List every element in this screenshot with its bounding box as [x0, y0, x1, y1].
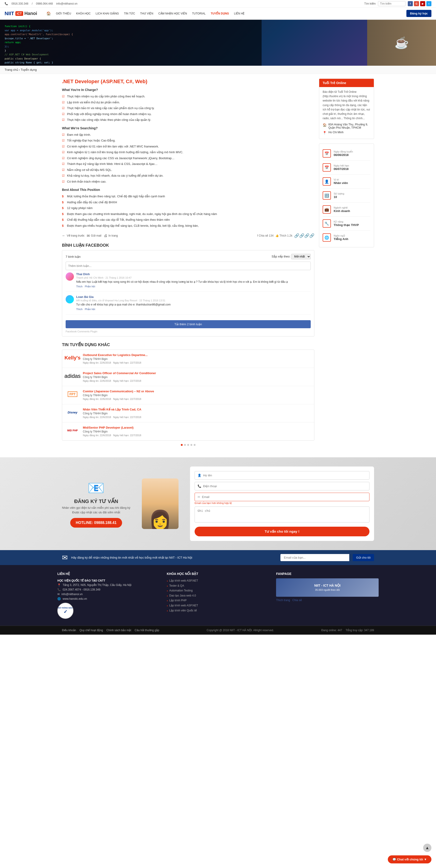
name-input[interactable] [203, 474, 366, 477]
breadcrumb-home[interactable]: Trang chủ [5, 68, 18, 71]
register-button[interactable]: Đăng ký học [406, 10, 431, 17]
course-item[interactable]: Lập trình web ASP.NET [167, 578, 269, 583]
google-icon[interactable]: G [414, 1, 419, 6]
list-item: Hướng dẫn đầy đủ các chế độ BHXH [62, 199, 314, 205]
dot[interactable] [181, 444, 183, 446]
list-item: 12 ngày phép/ năm [62, 205, 314, 211]
avatar [66, 295, 74, 303]
footer-courses: KHÓA HỌC NỔI BẬT Lập trình web ASP.NET T… [167, 572, 269, 619]
twitter-icon[interactable]: t [426, 1, 431, 6]
course-item[interactable]: Lập trình PHP [167, 598, 269, 603]
course-item[interactable]: Lập trình viên Quốc tế [167, 608, 269, 613]
like-action[interactable]: Thích [76, 285, 82, 288]
comments-title: BÌNH LUẬN FACEBOOK [62, 243, 314, 248]
nav-home[interactable]: 🏠 [44, 9, 53, 18]
nav-courses[interactable]: KHÓA HỌC [74, 10, 93, 17]
faq-link[interactable]: Câu hỏi thường gặp [135, 629, 159, 632]
email-icon: 📧 [62, 480, 130, 496]
email-field[interactable]: ✉ [195, 493, 369, 501]
course-item[interactable]: Lập trình web ASP.NET [167, 603, 269, 608]
phone-field[interactable]: 📞 [195, 482, 369, 490]
newsletter-submit[interactable]: Gửi cho tôi [353, 554, 374, 561]
job-company: Công ty TNHH Bigin [83, 376, 311, 379]
job-logo: Disney [66, 408, 79, 417]
email-link[interactable]: ✉ Gửi mail [87, 234, 101, 238]
comment-item: Thai Dinh Thành phố Hồ Chí Minh · 21 Thá… [66, 272, 311, 292]
email-input[interactable] [202, 495, 366, 499]
name-field[interactable]: 👤 [195, 471, 369, 479]
list-item: Được tham gia nhiều hoạt động tập thể sá… [62, 223, 314, 229]
language-icon: 🌐 [323, 234, 331, 242]
terms-link[interactable]: Điều khoản [62, 629, 76, 632]
job-info: Comtor (Japanese Communication) – N2 or … [83, 390, 311, 401]
benefits-heading: Best About This Position [62, 188, 314, 192]
youtube-icon[interactable]: ▶ [420, 1, 425, 6]
fpt-logo: FPT [68, 392, 77, 397]
logo-niit: NIIT [5, 10, 14, 17]
course-item[interactable]: Dao tạo Java web 4.0 [167, 593, 269, 598]
sort-select[interactable]: Mới nhất [291, 254, 311, 259]
share-page-button[interactable]: Chia sẻ [292, 598, 302, 602]
breadcrumb-separator: › [19, 68, 21, 71]
meta-content: Ngày hết hạn 06/07/2018 [334, 164, 349, 170]
like-action[interactable]: Thích [76, 308, 82, 311]
footer-phone: 📞 024.3567.4074 - 0916.139.349 [57, 588, 160, 591]
dot[interactable] [187, 444, 189, 446]
search-input[interactable] [378, 1, 405, 6]
meta-card: 📅 Ngày đăng tuyển 06/06/2018 📅 Ngày hết … [319, 144, 374, 247]
job-logo: FPT [66, 390, 79, 399]
job-link[interactable]: Nhân Viên Thiết Kế và Lập Trình Cad, CA [83, 408, 311, 411]
meta-industry: 💼 Ngành nghề Kinh doanh [323, 203, 370, 217]
nav-tutorial[interactable]: TUTORIAL [190, 10, 208, 17]
like-page-button[interactable]: Thích trang [276, 598, 290, 602]
meta-content: Số lượng 10 [334, 192, 344, 199]
back-link[interactable]: ← Về trang trước [62, 234, 85, 238]
charge-heading: What You're In Charge? [62, 88, 314, 92]
nav-jobs[interactable]: TUYỂN DỤNG [208, 10, 231, 17]
course-item[interactable]: Tester & QA [167, 583, 269, 588]
job-link[interactable]: Outbound Executive for Logistics Departm… [83, 353, 311, 357]
course-item[interactable]: Automation Testing [167, 588, 269, 593]
facebook-icon[interactable]: f [408, 1, 413, 6]
job-link[interactable]: Comtor (Japanese Communication) – N2 or … [83, 390, 311, 393]
load-more-button[interactable]: Tải thêm 2 bình luận [66, 320, 311, 328]
dot[interactable] [194, 444, 196, 446]
comment-author: Thai Dinh [76, 272, 311, 276]
job-link[interactable]: Mid/Senior PHP Developer (Laravel) [83, 426, 311, 429]
footer-contact: LIÊN HỆ HỌC VIỆN QUỐC TẾ ĐÀO TẠO CNTT 📍 … [57, 572, 160, 619]
share-icons: 🔗🔗🔗🔗 [294, 233, 314, 238]
phone-input[interactable] [203, 485, 366, 488]
share-count: f Chia sẻ 134 [257, 234, 273, 237]
nav-about[interactable]: GIỚI THIỆU [54, 10, 73, 17]
consultant-image: 👩 [137, 478, 183, 529]
job-company: Công ty TNHH Bigin [83, 412, 311, 415]
newsletter-input[interactable] [280, 554, 349, 561]
job-logo: Kelly's [66, 353, 79, 363]
reg-left: 📧 ĐĂNG KÝ TƯ VẤN Nhân viên gọi điện tư v… [62, 480, 130, 528]
rules-link[interactable]: Quy chế hoạt động [79, 629, 103, 632]
print-link[interactable]: 🖨 In trang [104, 234, 118, 238]
dot[interactable] [184, 444, 186, 446]
nav-reviews[interactable]: CẢM NHẬN HỌC VIÊN [156, 10, 189, 17]
meta-content: Vị trí Nhân viên [334, 178, 348, 185]
address-row: 🏠 60A Hoàng Văn Thụ, Phường 9, Quận Phú … [323, 123, 370, 129]
reply-action[interactable]: Phản hồi [85, 285, 95, 288]
footer-org: HỌC VIỆN QUỐC TẾ ĐÀO TẠO CNTT [57, 578, 160, 583]
nav-contact[interactable]: LIÊN HỆ [232, 10, 247, 17]
note-input[interactable] [195, 506, 369, 523]
hero-banner: function init() { var app = angular.modu… [0, 20, 436, 66]
footer-address: 📍 Tầng 3, 25T2, N05, Nguyễn Thị Thập, Cầ… [57, 583, 160, 587]
job-link[interactable]: Project Sales Officer of Commercial Air … [83, 371, 311, 375]
privacy-link[interactable]: Chính sách bảo mật [106, 629, 131, 632]
dot[interactable] [191, 444, 192, 446]
submit-button[interactable]: Tư vấn cho tôi ngay ! [195, 527, 369, 536]
meta-position: 👤 Vị trí Nhân viên [323, 175, 370, 189]
nav-library[interactable]: THƯ VIỆN [138, 10, 156, 17]
logo[interactable]: NIIT ICT Hanoi [5, 10, 37, 17]
nav-news[interactable]: TIN TỨC [122, 10, 137, 17]
fanpage-image: NIIT - ICT HÀ NỘI 35.003 người theo dõi … [276, 578, 379, 602]
reply-action[interactable]: Phản hồi [85, 308, 95, 311]
comment-input[interactable] [66, 261, 311, 270]
nav-schedule[interactable]: LỊCH KHAI GIẢNG [93, 10, 121, 17]
hotline-button[interactable]: HOTLINE: 09888.188.41 [70, 518, 122, 528]
